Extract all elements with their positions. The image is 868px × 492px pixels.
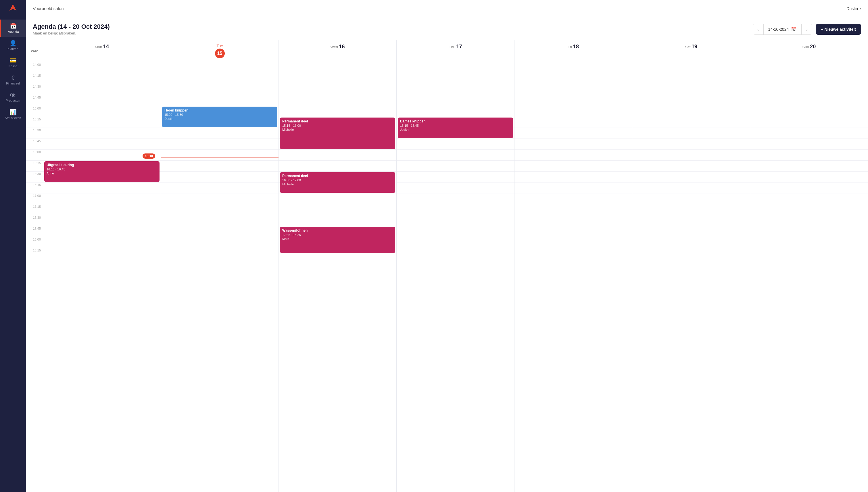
sidebar-item-producten[interactable]: 🛍 Producten: [0, 89, 26, 106]
day-cell: [515, 106, 632, 117]
day-cell: [750, 63, 868, 73]
time-slot: 14:30: [26, 84, 43, 95]
day-cell: [750, 172, 868, 182]
page-header-left: Agenda (14 - 20 Oct 2024) Maak en bekijk…: [33, 23, 110, 35]
day-cell: [43, 117, 161, 128]
sidebar-item-kassa[interactable]: 💳 Kassa: [0, 54, 26, 71]
day-cell: [515, 139, 632, 150]
sidebar-item-statistieken[interactable]: 📊 Statistieken: [0, 106, 26, 123]
klanten-icon: 👤: [9, 40, 17, 46]
date-label: 14-10-2024 📅: [763, 24, 802, 34]
page-header-right: ‹ 14-10-2024 📅 › + Nieuwe activiteit: [753, 24, 861, 35]
sidebar-item-agenda[interactable]: 📅 Agenda: [0, 20, 26, 37]
appointment-appt6[interactable]: Wassen/föhnen 17:45 - 18:25 Mats: [280, 227, 395, 253]
day-col-sat[interactable]: [632, 63, 750, 492]
day-col-mon[interactable]: Uitgroei kleuring 16:15 - 16:45 Anne: [43, 63, 161, 492]
sidebar-item-financeel[interactable]: € Financeel: [0, 71, 26, 89]
day-header-wed: Wed 16: [279, 40, 397, 62]
day-cell: [632, 84, 750, 95]
day-cell: [750, 204, 868, 215]
day-cell: [43, 182, 161, 193]
day-cell: [279, 193, 396, 204]
page-title: Agenda (14 - 20 Oct 2024): [33, 23, 110, 30]
sidebar-label-klanten: Klanten: [7, 47, 18, 51]
day-cell: [632, 182, 750, 193]
new-activity-button[interactable]: + Nieuwe activiteit: [816, 24, 861, 35]
user-menu[interactable]: Dustin ▾: [846, 6, 861, 11]
day-cell: [397, 84, 514, 95]
next-date-button[interactable]: ›: [801, 24, 812, 34]
logo: [0, 0, 26, 17]
appointment-appt2[interactable]: Permanent deel 15:15 - 16:00 Michelle: [280, 118, 395, 149]
time-slot: 14:00: [26, 63, 43, 73]
day-col-wed[interactable]: Permanent deel 15:15 - 16:00 Michelle Pe…: [279, 63, 397, 492]
appointment-appt1[interactable]: Heren knippen 15:00 - 15:30 Dustin: [162, 107, 277, 127]
producten-icon: 🛍: [10, 92, 16, 98]
day-cell: [632, 95, 750, 106]
time-slot: 15:30: [26, 128, 43, 139]
time-column: 14:0014:1514:3014:4515:0015:1515:3015:45…: [26, 63, 43, 492]
appt-time: 15:00 - 15:30: [165, 113, 275, 116]
day-col-sun[interactable]: [750, 63, 868, 492]
appt-title: Permanent deel: [282, 174, 393, 178]
appt-person: Michelle: [282, 182, 393, 186]
time-slot: 17:15: [26, 204, 43, 215]
day-col-thu[interactable]: Dames knippen 15:15 - 15:45 Judith: [397, 63, 515, 492]
sidebar-label-kassa: Kassa: [9, 65, 18, 68]
financeel-icon: €: [11, 75, 15, 80]
day-cell: [515, 182, 632, 193]
day-col-tue[interactable]: 16:10 Heren knippen 15:00 - 15:30 Dustin: [161, 63, 279, 492]
day-cell: [515, 63, 632, 73]
appointment-appt3[interactable]: Dames knippen 15:15 - 15:45 Judith: [398, 118, 513, 138]
day-cell: [161, 139, 278, 150]
day-cell: [279, 63, 396, 73]
day-cell: [515, 95, 632, 106]
sidebar: 📅 Agenda 👤 Klanten 💳 Kassa € Financeel 🛍…: [0, 0, 26, 492]
prev-date-button[interactable]: ‹: [753, 24, 763, 34]
time-slot: 16:00: [26, 150, 43, 161]
sidebar-label-financeel: Financeel: [6, 82, 20, 85]
day-cell: [161, 237, 278, 248]
calendar-header: W42 Mon 14 Tue 15 Wed 16 Thu 17 Fri 18 S…: [26, 40, 868, 63]
sidebar-item-klanten[interactable]: 👤 Klanten: [0, 37, 26, 54]
day-cell: [43, 106, 161, 117]
topbar: Voorbeeld salon Dustin ▾: [26, 0, 868, 17]
kassa-icon: 💳: [9, 57, 17, 63]
day-cell: [750, 237, 868, 248]
day-cell: [515, 161, 632, 172]
statistieken-icon: 📊: [9, 109, 17, 115]
day-cell: [632, 73, 750, 84]
day-cell: [43, 73, 161, 84]
time-slot: 16:15: [26, 161, 43, 172]
page-subtitle: Maak en bekijk afspraken.: [33, 31, 110, 35]
day-cell: [515, 172, 632, 182]
day-cell: [161, 161, 278, 172]
day-cell: [279, 161, 396, 172]
chevron-down-icon: ▾: [860, 7, 861, 10]
day-cell: [43, 215, 161, 226]
day-cell: [632, 226, 750, 237]
appt-time: 15:15 - 16:00: [282, 124, 393, 127]
day-cell: [515, 237, 632, 248]
calendar-wrapper: W42 Mon 14 Tue 15 Wed 16 Thu 17 Fri 18 S…: [26, 40, 868, 492]
day-cell: [43, 95, 161, 106]
appointment-appt4[interactable]: Uitgroei kleuring 16:15 - 16:45 Anne: [44, 161, 159, 182]
day-cell: [632, 172, 750, 182]
main-content: Voorbeeld salon Dustin ▾ Agenda (14 - 20…: [26, 0, 868, 492]
day-cell: [397, 226, 514, 237]
day-cell: [397, 95, 514, 106]
day-cell: [632, 161, 750, 172]
time-slot: 17:00: [26, 193, 43, 204]
day-cell: [515, 215, 632, 226]
day-cell: [397, 139, 514, 150]
day-cell: [161, 63, 278, 73]
day-cell: [161, 215, 278, 226]
day-cell: [632, 128, 750, 139]
appointment-appt5[interactable]: Permanent deel 16:30 - 17:00 Michelle: [280, 172, 395, 193]
day-cell: [279, 150, 396, 161]
day-cell: [750, 215, 868, 226]
day-cell: [750, 84, 868, 95]
appt-time: 16:30 - 17:00: [282, 178, 393, 182]
sidebar-label-agenda: Agenda: [8, 30, 19, 33]
day-col-fri[interactable]: [515, 63, 632, 492]
